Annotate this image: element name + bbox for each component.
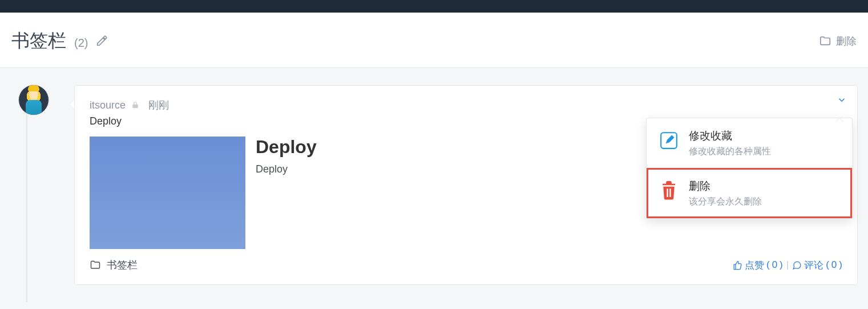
comment-label: 评论 — [804, 259, 823, 272]
page-title: 书签栏 — [11, 29, 66, 54]
dropdown-edit-sub: 修改收藏的各种属性 — [689, 146, 771, 158]
chevron-down-icon[interactable] — [837, 95, 847, 105]
post-time: 刚刚 — [148, 98, 169, 112]
dropdown-edit-item[interactable]: 修改收藏 修改收藏的各种属性 — [647, 118, 852, 168]
comment-icon — [792, 260, 802, 270]
page-header: 书签栏 (2) 删除 — [0, 13, 868, 68]
edit-icon[interactable] — [96, 34, 108, 47]
dropdown-delete-sub: 该分享会永久删除 — [689, 196, 762, 208]
preview-subtitle: Deploy — [256, 163, 317, 175]
thumbs-up-icon — [733, 260, 742, 270]
dropdown-delete-item[interactable]: 删除 该分享会永久删除 — [647, 168, 852, 218]
header-delete-label: 删除 — [836, 34, 857, 48]
edit-square-icon — [659, 131, 679, 150]
folder-icon — [90, 259, 101, 271]
comment-count: 0 — [831, 259, 837, 271]
dropdown-delete-title: 删除 — [689, 179, 762, 194]
like-button[interactable]: 点赞(0) — [733, 259, 783, 272]
comment-button[interactable]: 评论(0) — [792, 259, 842, 272]
preview-title: Deploy — [256, 137, 317, 158]
folder-icon — [819, 35, 831, 47]
card-pointer — [64, 99, 75, 110]
timeline — [26, 114, 27, 302]
dropdown-delete-text: 删除 该分享会永久删除 — [689, 179, 762, 208]
post-card: itsource 刚刚 Deploy Deploy Deploy — [74, 85, 858, 285]
preview-thumbnail — [90, 137, 245, 249]
dropdown-edit-text: 修改收藏 修改收藏的各种属性 — [689, 129, 771, 158]
like-label: 点赞 — [745, 259, 764, 272]
trash-icon — [659, 181, 679, 200]
header-delete-button[interactable]: 删除 — [819, 34, 857, 48]
folder-path[interactable]: 书签栏 — [90, 258, 138, 272]
dropdown-edit-title: 修改收藏 — [689, 129, 771, 143]
preview-text: Deploy Deploy — [256, 137, 317, 249]
card-wrap: itsource 刚刚 Deploy Deploy Deploy — [57, 85, 858, 285]
like-count: 0 — [772, 259, 777, 271]
card-footer: 书签栏 点赞(0) | 评论(0) — [90, 258, 842, 272]
post-author[interactable]: itsource — [90, 99, 126, 111]
avatar-column — [10, 85, 57, 115]
feed-row: itsource 刚刚 Deploy Deploy Deploy — [10, 85, 858, 285]
top-bar — [0, 0, 868, 13]
card-head: itsource 刚刚 — [90, 98, 842, 112]
page-count: (2) — [74, 37, 88, 50]
post-dropdown-menu: 修改收藏 修改收藏的各种属性 删除 该分享会永久删除 — [646, 118, 853, 219]
avatar[interactable] — [19, 85, 49, 115]
lock-icon — [131, 101, 139, 109]
header-left: 书签栏 (2) — [11, 29, 108, 54]
separator: | — [786, 259, 789, 271]
feed: itsource 刚刚 Deploy Deploy Deploy — [0, 68, 868, 302]
folder-name: 书签栏 — [107, 258, 138, 272]
post-actions: 点赞(0) | 评论(0) — [733, 259, 842, 272]
